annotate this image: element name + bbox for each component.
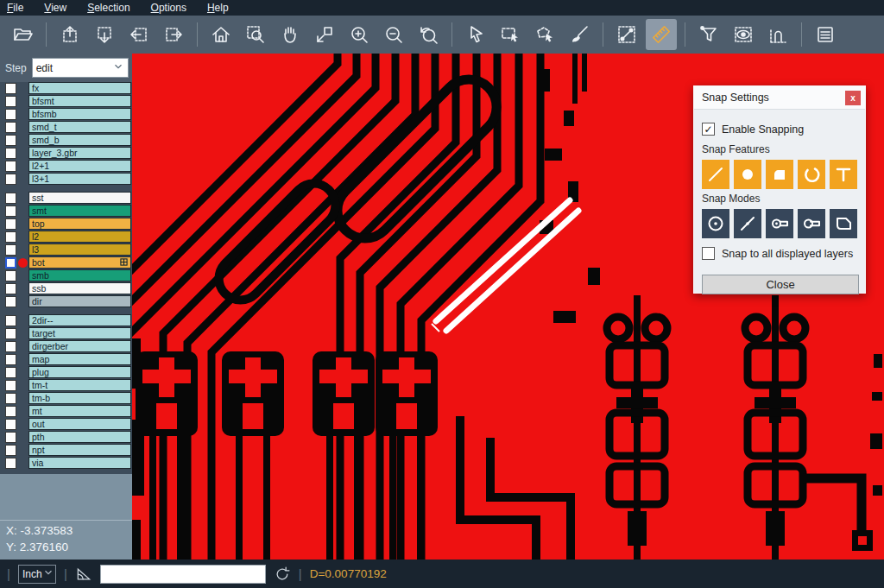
layer-name[interactable]: npt xyxy=(28,444,131,456)
layer-visibility-checkbox[interactable] xyxy=(5,445,16,456)
layer-name[interactable]: smb xyxy=(28,269,131,281)
home-button[interactable] xyxy=(205,19,237,50)
layer-visibility-checkbox[interactable] xyxy=(5,315,16,326)
menu-item-file[interactable]: File xyxy=(7,2,23,14)
layer-visibility-checkbox[interactable] xyxy=(5,122,16,133)
layer-name[interactable]: smt xyxy=(28,205,131,217)
layer-name[interactable]: bfsmt xyxy=(28,95,131,107)
layer-name[interactable]: layer_3.gbr xyxy=(28,147,131,159)
layer-visibility-checkbox[interactable] xyxy=(5,148,16,159)
snap-slot-outline-button[interactable] xyxy=(798,209,825,238)
measure-line-button[interactable] xyxy=(611,19,642,50)
layer-visibility-checkbox[interactable] xyxy=(5,341,16,352)
send-up-button[interactable] xyxy=(54,19,85,50)
layer-name[interactable]: mt xyxy=(28,405,131,417)
select-button[interactable] xyxy=(460,19,491,50)
close-icon[interactable]: x xyxy=(845,91,861,105)
layer-visibility-checkbox[interactable] xyxy=(5,193,16,204)
layer-name[interactable]: top xyxy=(28,218,131,230)
layer-name[interactable]: map xyxy=(28,353,131,365)
snap-arc-button[interactable] xyxy=(798,160,825,189)
layer-name[interactable]: bfsmb xyxy=(28,108,131,120)
layer-name[interactable]: tm-t xyxy=(28,379,131,391)
menu-item-options[interactable]: Options xyxy=(151,2,186,14)
layer-name[interactable]: l2+1 xyxy=(28,160,131,172)
dialog-title-bar[interactable]: Snap Settings x xyxy=(694,86,865,110)
layer-name[interactable]: plug xyxy=(28,366,131,378)
snap-midpoint-button[interactable] xyxy=(734,209,761,238)
enable-snapping-checkbox[interactable] xyxy=(702,123,715,136)
layer-visibility-checkbox[interactable] xyxy=(5,432,16,443)
sync-icon[interactable] xyxy=(274,566,291,583)
menu-item-view[interactable]: View xyxy=(44,2,66,14)
layer-name[interactable]: 2dir-- xyxy=(28,314,131,326)
zoom-window-button[interactable] xyxy=(309,19,340,50)
snap-line-button[interactable] xyxy=(702,160,729,189)
pan-hand-button[interactable] xyxy=(275,19,306,50)
layer-name[interactable]: target xyxy=(28,327,131,339)
clear-brush-button[interactable] xyxy=(564,19,595,50)
menu-item-selection[interactable]: Selection xyxy=(87,2,129,14)
select-poly-button[interactable] xyxy=(529,19,560,50)
step-select[interactable]: edit xyxy=(32,58,129,78)
zoom-in-button[interactable] xyxy=(344,19,375,50)
layer-visibility-checkbox[interactable] xyxy=(5,161,16,172)
layer-visibility-checkbox[interactable] xyxy=(5,96,16,107)
layer-name[interactable]: dirgerber xyxy=(28,340,131,352)
layer-name[interactable]: fx xyxy=(28,82,131,94)
zoom-area-button[interactable] xyxy=(240,19,271,50)
filter-button[interactable] xyxy=(693,19,724,50)
view-eye-button[interactable] xyxy=(728,19,759,50)
layer-visibility-checkbox[interactable] xyxy=(5,406,16,417)
snap-surface-button[interactable] xyxy=(766,160,793,189)
layer-name[interactable]: pth xyxy=(28,431,131,443)
layer-visibility-checkbox[interactable] xyxy=(5,354,16,365)
ruler-button[interactable] xyxy=(646,19,677,50)
close-button[interactable]: Close xyxy=(702,275,859,294)
unit-select[interactable]: Inch xyxy=(18,565,56,584)
layer-visibility-checkbox[interactable] xyxy=(5,174,16,185)
layer-name[interactable]: sst xyxy=(28,192,131,204)
layer-visibility-checkbox[interactable] xyxy=(5,231,16,243)
snap-circle-button[interactable] xyxy=(734,160,761,189)
layer-visibility-checkbox[interactable] xyxy=(5,380,16,391)
layer-name[interactable]: tm-b xyxy=(28,392,131,404)
layer-name[interactable]: out xyxy=(28,418,131,430)
layer-visibility-checkbox[interactable] xyxy=(5,283,16,294)
layer-visibility-checkbox[interactable] xyxy=(5,205,16,217)
snap-text-button[interactable] xyxy=(830,160,857,189)
layer-name[interactable]: smd_t xyxy=(28,121,131,133)
snap-contour-button[interactable] xyxy=(830,209,857,238)
layer-name[interactable]: l2 xyxy=(28,231,131,243)
layer-visibility-checkbox[interactable] xyxy=(5,367,16,378)
layer-name[interactable]: smd_b xyxy=(28,134,131,146)
layer-name[interactable]: via xyxy=(28,457,131,469)
layer-visibility-checkbox[interactable] xyxy=(5,244,16,256)
send-right-button[interactable] xyxy=(158,19,189,50)
send-left-button[interactable] xyxy=(123,19,155,50)
snap-slot-key-button[interactable] xyxy=(766,209,793,238)
send-down-button[interactable] xyxy=(89,19,120,50)
snap-center-button[interactable] xyxy=(702,209,729,238)
layer-visibility-checkbox[interactable] xyxy=(5,109,16,120)
layer-visibility-checkbox[interactable] xyxy=(5,296,16,307)
layer-visibility-checkbox[interactable] xyxy=(5,218,16,230)
zoom-previous-button[interactable] xyxy=(413,19,444,50)
menu-item-help[interactable]: Help xyxy=(207,2,229,14)
layer-visibility-checkbox[interactable] xyxy=(5,328,16,339)
layer-visibility-checkbox[interactable] xyxy=(5,458,16,469)
layer-visibility-checkbox[interactable] xyxy=(5,270,16,281)
snap-all-layers-checkbox[interactable] xyxy=(702,247,715,260)
command-input[interactable] xyxy=(100,565,266,584)
layer-visibility-checkbox[interactable] xyxy=(5,83,16,94)
angle-icon[interactable] xyxy=(75,566,92,583)
select-rect-button[interactable] xyxy=(495,19,526,50)
layer-name[interactable]: ssb xyxy=(28,282,131,294)
layer-name[interactable]: l3 xyxy=(28,243,131,256)
layer-visibility-checkbox[interactable] xyxy=(5,419,16,430)
layer-visibility-checkbox[interactable] xyxy=(5,135,16,146)
open-folder-button[interactable] xyxy=(7,19,38,50)
snap-settings-button[interactable] xyxy=(762,19,793,50)
layer-visibility-checkbox[interactable] xyxy=(5,393,16,404)
zoom-out-button[interactable] xyxy=(378,19,409,50)
